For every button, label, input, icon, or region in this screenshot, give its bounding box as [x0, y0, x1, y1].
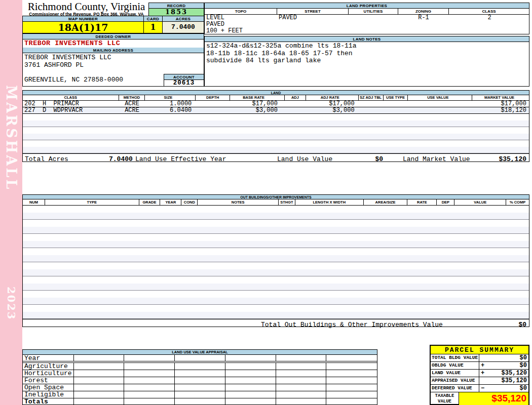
appraisal-cell — [74, 398, 125, 405]
empty-row — [23, 284, 529, 291]
appraisal-row: Year — [23, 355, 377, 361]
parcel-summary: PARCEL SUMMARY TOTAL BLDG VALUE $0 OBLDG… — [430, 345, 529, 405]
appraisal-cell — [276, 355, 327, 361]
empty-row — [23, 291, 529, 298]
ob-col: AREA/SIZE — [364, 199, 408, 205]
appraisal-cell — [124, 398, 175, 405]
card-value: 1 — [144, 22, 162, 33]
col-topo: TOPO — [205, 9, 277, 14]
cell-method: ACRE — [119, 101, 145, 107]
appraisal-cell — [225, 384, 276, 391]
ob-col: YEAR — [160, 199, 181, 205]
appraisal-row: Agriculture — [23, 363, 377, 370]
appraisal-cell — [175, 384, 225, 391]
summary-value: $35,120 — [502, 370, 527, 377]
land-col: CLASS — [23, 95, 119, 100]
appraisal-cell — [175, 377, 225, 384]
mailing-address-label: MAILING ADDRESS — [23, 48, 204, 53]
summary-value: $0 — [520, 385, 527, 392]
appraisal-cell — [326, 377, 377, 384]
summary-op: + — [481, 362, 484, 369]
out-buildings-empty-rows — [23, 206, 529, 319]
cell-sz-adj-tbl — [359, 107, 384, 113]
summary-row: DEFERRED VALUE −$0 — [431, 385, 528, 392]
out-buildings-title: OUT BUILDINGS/OTHER IMPROVEMENTS — [23, 195, 529, 199]
cell-depth — [196, 101, 230, 107]
cell-class: 227 D WDPRVACR — [23, 107, 119, 113]
appraisal-cell — [175, 355, 225, 361]
map-number-value: 18A(1)17 — [23, 22, 143, 33]
appraisal-row-label: Forest — [23, 377, 74, 384]
appraisal-cell — [124, 391, 175, 398]
empty-row — [23, 298, 529, 305]
out-buildings-totals-row: Total Out Buildings & Other Improvements… — [23, 319, 529, 328]
empty-row — [23, 147, 529, 153]
summary-row: TOTAL BLDG VALUE $0 — [431, 354, 528, 362]
account-number: 20613 — [164, 80, 204, 87]
appraisal-cell — [124, 370, 175, 377]
empty-row — [23, 312, 529, 319]
appraisal-cell — [124, 355, 175, 361]
empty-row — [23, 120, 529, 127]
appraisal-cell — [276, 370, 327, 377]
summary-row: OBLDG VALUE +$0 — [431, 362, 528, 370]
address-line: GREENVILLE, NC 27858-0000 — [24, 76, 123, 84]
land-col: USE TYPE — [384, 95, 408, 100]
appraisal-cell — [74, 391, 125, 398]
cell-adj — [285, 101, 306, 107]
appraisal-cell — [225, 377, 276, 384]
land-col: SZ ADJ TBL — [359, 95, 384, 100]
appraisal-row: Ineligible — [23, 391, 377, 398]
cell-method: ACRE — [119, 107, 145, 113]
taxable-value: $35,120 — [459, 392, 528, 405]
land-col: DEPTH — [196, 95, 230, 100]
appraisal-cell — [74, 377, 125, 384]
land-market-value-label: Land Market Value — [403, 155, 470, 163]
cell-base-rate: $3,000 — [230, 107, 285, 113]
summary-value: $0 — [520, 354, 527, 361]
land-properties-header-row: TOPO STREET UTILITIES ZONING CLASS — [205, 9, 529, 15]
total-acres-label: Total Acres — [25, 155, 68, 163]
cell-adj-rate: $3,000 — [306, 107, 359, 113]
land-col: SIZE — [145, 95, 196, 100]
ob-col: DEP — [437, 199, 454, 205]
summary-label: DEFERRED VALUE — [431, 385, 479, 392]
cell-use-value — [408, 107, 472, 113]
summary-value: $0 — [520, 362, 527, 369]
land-col: USE VALUE — [408, 95, 472, 100]
sidebar-year: 2023 — [5, 287, 18, 320]
appraisal-cell — [225, 391, 276, 398]
appraisal-cell — [175, 363, 225, 370]
land-properties: LAND PROPERTIES TOPO STREET UTILITIES ZO… — [204, 3, 529, 34]
cell-class: 202 H PRIMACR — [23, 101, 119, 107]
land-col: ADJ RATE — [306, 95, 359, 100]
deeded-owner-name: TREBOR INVESTMENTS LLC — [23, 39, 204, 48]
appraisal-row: Totals — [23, 398, 377, 405]
taxable-value-label: TAXABLE VALUE — [431, 392, 459, 405]
ob-total-label: Total Out Buildings & Other Improvements… — [261, 321, 443, 329]
ob-col: NOTES — [198, 199, 279, 205]
appraisal-cell — [225, 355, 276, 361]
appraisal-cell — [124, 363, 175, 370]
land-table-title: LAND — [23, 91, 529, 95]
appraisal-cell — [124, 384, 175, 391]
land-table: LAND CLASS METHOD SIZE DEPTH BASE RATE A… — [22, 90, 529, 162]
cell-market-value: $18,120 — [472, 107, 529, 113]
appraisal-row-label: Horticulture — [23, 370, 74, 377]
street-value: PAVED — [279, 15, 297, 21]
ob-col: GRADE — [139, 199, 161, 205]
acres-label: ACRES — [163, 16, 204, 22]
appraisal-cell — [225, 398, 276, 405]
land-properties-values: LEVEL PAVED 100 + FEET PAVED R-1 2 — [205, 15, 529, 34]
ob-col: RATE — [407, 199, 437, 205]
empty-row — [23, 206, 529, 213]
out-buildings-header-row: NUM TYPE GRADE YEAR COND NOTES STHGT LEN… — [23, 199, 529, 206]
appraisal-row: Horticulture — [23, 370, 377, 377]
record-number: 1853 — [149, 9, 204, 16]
appraisal-cell — [124, 377, 175, 384]
land-col: BASE RATE — [230, 95, 285, 100]
land-properties-title: LAND PROPERTIES — [205, 3, 529, 9]
topo-value: LEVEL PAVED 100 + FEET — [206, 15, 243, 34]
empty-row — [23, 241, 529, 248]
col-class: CLASS — [449, 9, 529, 14]
